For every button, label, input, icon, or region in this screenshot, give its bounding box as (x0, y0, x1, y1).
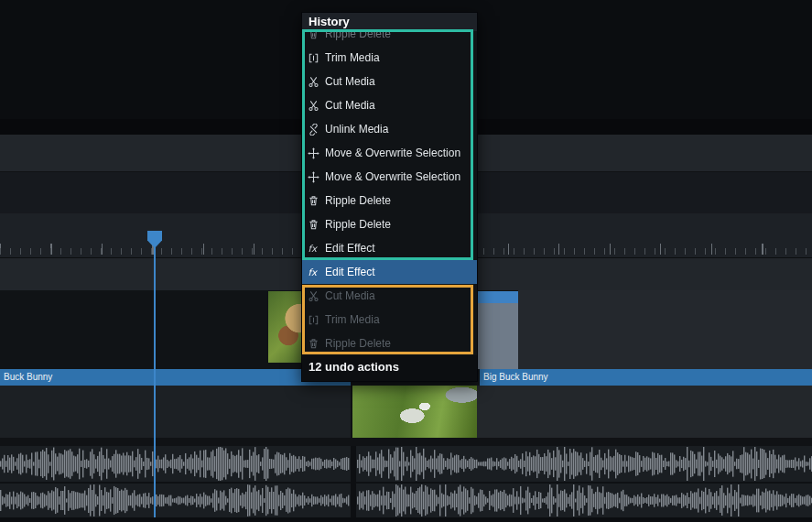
fx-icon (308, 266, 319, 278)
history-item-label: Ripple Delete (325, 218, 391, 231)
fx-icon (308, 243, 319, 255)
history-item[interactable]: Move & Overwrite Selection (302, 141, 477, 165)
history-item-label: Edit Effect (325, 242, 374, 255)
audio-track-1 (0, 446, 812, 482)
move-icon (308, 147, 319, 159)
history-menu-items: Ripple Delete Trim Media Cut Media Cut M… (302, 31, 477, 355)
video-editor-window: 0:00:00:01 ] 0x 1+2 ↺ (0, 0, 812, 522)
video-clip-right-area[interactable] (518, 290, 812, 369)
history-item-label: Ripple Delete (325, 337, 391, 350)
history-item-disabled[interactable]: Cut Media (302, 284, 477, 308)
history-item[interactable]: Trim Media (302, 46, 477, 70)
history-item[interactable]: Ripple Delete (302, 212, 477, 236)
history-item-label: Move & Overwrite Selection (325, 147, 460, 159)
playhead-line[interactable] (154, 247, 156, 517)
clip-title-left: Buck Bunny (0, 369, 351, 386)
history-item[interactable]: Unlink Media (302, 117, 477, 141)
video-clip-right-area-2[interactable] (477, 386, 812, 438)
history-item-selected[interactable]: Edit Effect (302, 260, 477, 284)
trash-icon (308, 338, 319, 350)
move-icon (308, 171, 319, 183)
clip-boundary (351, 386, 352, 438)
clip-segment-header (476, 291, 518, 303)
history-item[interactable]: Edit Effect (302, 236, 477, 260)
scissors-icon (308, 100, 319, 112)
scissors-icon (308, 290, 319, 302)
history-item-disabled[interactable]: Ripple Delete (302, 332, 477, 355)
clip-title-bar-right[interactable]: Big Buck Bunny (480, 369, 812, 386)
audio-track-2 (0, 484, 812, 517)
history-item-label: Trim Media (325, 313, 380, 326)
scissors-icon (308, 76, 319, 88)
history-item-label: Cut Media (325, 99, 375, 112)
bottom-strip (0, 517, 812, 522)
unlink-icon (308, 124, 319, 136)
trim-icon (308, 52, 319, 64)
history-item-label: Unlink Media (325, 123, 388, 136)
history-item[interactable]: Move & Overwrite Selection (302, 165, 477, 189)
clip-title-bar-left[interactable]: Buck Bunny (0, 369, 351, 386)
history-item-label: Ripple Delete (325, 31, 391, 40)
history-item[interactable]: Ripple Delete (302, 189, 477, 212)
history-item[interactable]: Cut Media (302, 93, 477, 117)
audio-waveform-1[interactable] (0, 446, 812, 482)
history-item-label: Trim Media (325, 51, 380, 64)
clip-title-right: Big Buck Bunny (480, 369, 812, 386)
trash-icon (308, 195, 319, 207)
trash-icon (308, 219, 319, 231)
trim-icon (308, 314, 319, 326)
history-item-label: Ripple Delete (325, 194, 391, 207)
history-item-disabled[interactable]: Trim Media (302, 308, 477, 332)
history-item-label: Cut Media (325, 289, 375, 302)
history-menu-footer: 12 undo actions (302, 355, 477, 381)
track-spacer (0, 438, 812, 446)
history-menu: History Ripple Delete Trim Media Cut Med… (301, 12, 478, 382)
trash-icon (308, 31, 319, 40)
clip-boundary (351, 446, 356, 517)
history-item[interactable]: Cut Media (302, 70, 477, 93)
history-item[interactable]: Ripple Delete (302, 31, 477, 46)
clip-thumbnail-2[interactable] (352, 386, 477, 438)
audio-waveform-2[interactable] (0, 484, 812, 517)
history-item-label: Cut Media (325, 75, 375, 88)
history-menu-title: History (302, 13, 477, 31)
clip-segment[interactable] (476, 291, 518, 369)
history-item-label: Edit Effect (325, 266, 374, 278)
history-item-label: Move & Overwrite Selection (325, 170, 460, 183)
